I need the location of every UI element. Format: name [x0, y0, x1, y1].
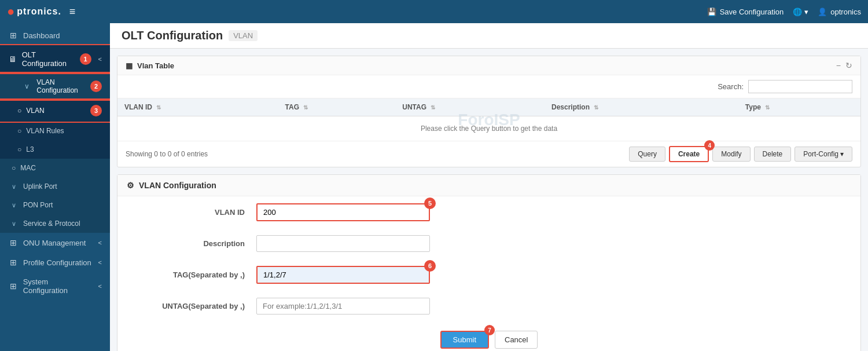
untag-input[interactable] — [256, 298, 430, 315]
hamburger-icon[interactable]: ≡ — [69, 6, 76, 18]
vlan-table-title: ▦ Vlan Table — [126, 61, 174, 70]
sidebar-item-system-config[interactable]: ⊞ System Configuration < — [0, 272, 110, 300]
sort-untag[interactable]: ⇅ — [431, 104, 435, 111]
dashboard-icon: ⊞ — [8, 31, 19, 40]
col-vlan-id: VLAN ID ⇅ — [117, 98, 278, 116]
navbar-right: 💾 Save Configuration 🌐 ▾ 👤 optronics — [707, 8, 861, 16]
save-config-button[interactable]: 💾 Save Configuration — [707, 8, 784, 16]
sort-vlan-id[interactable]: ⇅ — [156, 104, 161, 111]
sidebar-item-dashboard[interactable]: ⊞ Dashboard — [0, 25, 110, 45]
sidebar-item-olt-config[interactable]: 🖥 OLT Configuration 1 < — [0, 45, 110, 73]
sidebar-item-l3[interactable]: ○ L3 — [0, 140, 110, 159]
sidebar-item-service-protocol[interactable]: ∨ Service & Protocol — [0, 214, 110, 233]
form-row-tag: TAG(Separated by ,) 6 — [117, 259, 860, 291]
globe-chevron: ▾ — [804, 8, 808, 16]
sidebar-label-pon: PON Port — [23, 201, 53, 209]
table-icon: ▦ — [126, 61, 133, 70]
table-info-message: Please click the Query button to get the… — [117, 116, 860, 141]
badge-5: 5 — [424, 198, 436, 209]
table-header-row: VLAN ID ⇅ TAG ⇅ UNTAG ⇅ — [117, 98, 860, 116]
col-untag: UNTAG ⇅ — [395, 98, 545, 116]
content-area: OLT Configuration VLAN ▦ Vlan Table − ↻ … — [110, 23, 868, 351]
description-label: Description — [141, 239, 245, 248]
sidebar-label-dashboard: Dashboard — [23, 31, 60, 40]
user-menu[interactable]: 👤 optronics — [818, 8, 861, 16]
pon-expand: ∨ — [12, 202, 16, 209]
sidebar-label-uplink: Uplink Port — [23, 182, 57, 191]
sidebar-item-vlan[interactable]: ○ VLAN 3 — [0, 100, 110, 122]
create-button[interactable]: Create — [669, 146, 709, 162]
sidebar-label-service: Service & Protocol — [23, 220, 80, 228]
submit-row: Submit 7 Cancel — [117, 321, 860, 351]
sidebar: ⊞ Dashboard 🖥 OLT Configuration 1 < ∨ VL… — [0, 23, 110, 351]
sidebar-item-vlan-rules[interactable]: ○ VLAN Rules — [0, 122, 110, 140]
vlan-config-form-icon: ⚙ — [127, 181, 134, 190]
form-row-untag: UNTAG(Separated by ,) — [117, 291, 860, 321]
sort-tag[interactable]: ⇅ — [303, 104, 308, 111]
main-layout: ⊞ Dashboard 🖥 OLT Configuration 1 < ∨ VL… — [0, 23, 868, 351]
port-config-label: Port-Config — [803, 150, 838, 158]
uplink-expand: ∨ — [12, 183, 16, 191]
table-footer: Showing 0 to 0 of 0 entries Query Create… — [117, 141, 860, 167]
sidebar-label-system: System Configuration — [23, 277, 94, 295]
save-icon: 💾 — [707, 8, 716, 16]
l3-icon: ○ — [17, 145, 21, 153]
tag-field-wrap: 6 — [256, 266, 430, 284]
sidebar-label-onu: ONU Management — [23, 239, 86, 247]
user-icon: 👤 — [818, 8, 827, 16]
card-header-actions: − ↻ — [836, 61, 852, 70]
form-row-vlan-id: VLAN ID 5 — [117, 196, 860, 228]
sidebar-item-pon-port[interactable]: ∨ PON Port — [0, 196, 110, 214]
olt-icon: 🖥 — [8, 54, 17, 64]
vlan-config-submenu: ∨ VLAN Configuration 2 ○ VLAN 3 ○ VLAN R… — [0, 73, 110, 233]
vlan-id-input[interactable] — [256, 203, 430, 221]
sidebar-label-mac: MAC — [20, 164, 36, 172]
cancel-button[interactable]: Cancel — [495, 331, 538, 349]
sidebar-item-onu-management[interactable]: ⊞ ONU Management < — [0, 233, 110, 253]
service-expand: ∨ — [12, 220, 16, 228]
search-input[interactable] — [748, 80, 852, 93]
vlan-table: VLAN ID ⇅ TAG ⇅ UNTAG ⇅ — [117, 98, 860, 141]
tag-input[interactable] — [256, 266, 430, 284]
col-type: Type ⇅ — [738, 98, 860, 116]
description-input[interactable] — [256, 235, 430, 252]
vlan-rules-icon: ○ — [17, 127, 21, 135]
logo: ● ptronics. — [7, 4, 61, 19]
tag-label: TAG(Separated by ,) — [141, 270, 245, 279]
vlan-table-card-header: ▦ Vlan Table − ↻ — [117, 56, 860, 75]
profile-chevron: < — [98, 259, 102, 266]
sort-description[interactable]: ⇅ — [594, 104, 598, 111]
sort-type[interactable]: ⇅ — [765, 104, 770, 111]
table-title-text: Vlan Table — [137, 61, 174, 70]
sidebar-label-vlan: VLAN — [26, 107, 44, 115]
sidebar-item-mac[interactable]: ○ MAC — [0, 159, 110, 177]
sidebar-item-profile-config[interactable]: ⊞ Profile Configuration < — [0, 253, 110, 272]
vlan-id-field-wrap: 5 — [256, 203, 430, 221]
badge-1: 1 — [80, 53, 91, 65]
submit-button[interactable]: Submit — [440, 331, 489, 349]
sidebar-item-vlan-config[interactable]: ∨ VLAN Configuration 2 — [0, 73, 110, 100]
badge-3: 3 — [90, 105, 102, 116]
globe-button[interactable]: 🌐 ▾ — [793, 8, 808, 16]
mac-icon: ○ — [12, 164, 16, 172]
minimize-button[interactable]: − — [836, 61, 841, 70]
query-button[interactable]: Query — [629, 147, 665, 162]
onu-chevron: < — [98, 239, 102, 246]
navbar: ● ptronics. ≡ 💾 Save Configuration 🌐 ▾ 👤… — [0, 0, 868, 23]
navbar-left: ● ptronics. ≡ — [7, 4, 75, 19]
refresh-button[interactable]: ↻ — [845, 61, 852, 70]
modify-button[interactable]: Modify — [712, 147, 750, 162]
port-config-button[interactable]: Port-Config ▾ — [795, 147, 852, 162]
table-actions: Query Create 4 Modify Delete Port-Config… — [629, 146, 852, 162]
logo-symbol: ● — [7, 4, 14, 19]
delete-button[interactable]: Delete — [754, 147, 792, 162]
sidebar-label-l3: L3 — [26, 145, 34, 153]
showing-text: Showing 0 to 0 of 0 entries — [126, 150, 208, 158]
badge-7: 7 — [484, 325, 495, 335]
col-tag: TAG ⇅ — [278, 98, 396, 116]
submit-btn-wrapper: Submit 7 — [440, 331, 489, 349]
system-icon: ⊞ — [8, 281, 19, 291]
onu-icon: ⊞ — [8, 238, 19, 247]
vlan-config-form-title: VLAN Configuration — [139, 181, 216, 190]
sidebar-item-uplink-port[interactable]: ∨ Uplink Port — [0, 177, 110, 196]
